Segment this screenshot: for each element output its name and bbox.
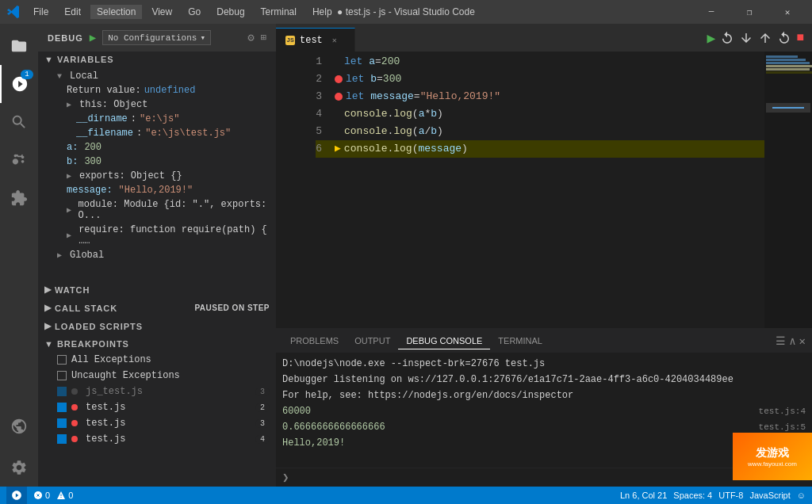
step-into-button[interactable] (739, 31, 753, 45)
menu-edit[interactable]: Edit (58, 5, 87, 19)
tab-close-icon[interactable]: ✕ (332, 36, 337, 45)
tab-problems[interactable]: PROBLEMS (282, 333, 347, 349)
restore-button[interactable]: ❐ (731, 0, 768, 24)
step-out-button[interactable] (758, 31, 772, 45)
activity-source-control[interactable] (0, 141, 38, 179)
debug-layout-icon[interactable]: ⊞ (261, 32, 266, 44)
bp-uncaught-exceptions-checkbox[interactable] (57, 371, 67, 380)
bp-test-js-3[interactable]: test.js 3 (38, 415, 276, 431)
code-lines-area[interactable]: 1 let a = 200 2 let (316, 52, 764, 328)
loaded-scripts-label: LOADED SCRIPTS (55, 322, 143, 331)
b-5: b (431, 123, 437, 140)
code-line-6: 6 ▶ console . log ( message ) (316, 140, 764, 158)
tab-test-js[interactable]: JS test ✕ (276, 28, 355, 52)
vscode-logo (6, 5, 21, 19)
slash-5: / (424, 123, 431, 140)
activity-explorer[interactable] (0, 27, 38, 65)
bp-test-js-2[interactable]: test.js 2 (38, 399, 276, 415)
var-message: message (370, 88, 414, 105)
menu-terminal[interactable]: Terminal (255, 5, 303, 19)
tab-debug-console[interactable]: DEBUG CONSOLE (398, 333, 490, 349)
minimap-content (764, 52, 812, 78)
breakpoints-header[interactable]: ▼ BREAKPOINTS (38, 336, 276, 352)
variables-section: ▼ VARIABLES ▼ Local Return value: undefi… (38, 52, 276, 264)
console-prompt-icon: ❯ (282, 471, 289, 484)
global-scope[interactable]: ▶ Global (38, 248, 276, 262)
bp-js-test[interactable]: js_test.js 3 (38, 384, 276, 399)
bp-test-js-3-checkbox[interactable] (57, 418, 67, 428)
message-item: message: "Hello,2019!" (38, 183, 276, 197)
bp-test-js-4[interactable]: test.js 4 (38, 431, 276, 447)
step-over-button[interactable] (720, 31, 734, 45)
close-button[interactable]: ✕ (769, 0, 806, 24)
bp-test-js-4-checkbox[interactable] (57, 434, 67, 444)
status-warnings[interactable]: 0 (56, 491, 73, 500)
dot-4: . (388, 105, 394, 123)
menu-selection[interactable]: Selection (90, 5, 142, 19)
status-spaces[interactable]: Spaces: 4 (673, 491, 712, 500)
variables-arrow: ▼ (44, 55, 54, 64)
stop-button[interactable]: ■ (796, 31, 804, 45)
activity-remote[interactable] (0, 407, 38, 445)
bp-all-exceptions-checkbox[interactable] (57, 355, 67, 365)
module-item[interactable]: ▶ module: Module {id: ".", exports: O... (38, 197, 276, 223)
loaded-scripts-section: ▶ LOADED SCRIPTS (38, 318, 276, 334)
watch-header[interactable]: ▶ WATCH (38, 281, 276, 298)
variables-title[interactable]: ▼ VARIABLES (38, 52, 276, 67)
restart-button[interactable] (777, 31, 791, 45)
status-feedback[interactable]: ☺ (797, 491, 806, 500)
console-line-6: Hello,2019! test.js:6 (282, 435, 806, 451)
status-debug-icon[interactable] (6, 487, 27, 504)
bp-test-js-2-num: 2 (255, 403, 270, 412)
menu-view[interactable]: View (145, 5, 178, 19)
status-position[interactable]: Ln 6, Col 21 (620, 491, 667, 500)
line-num-4: 4 (316, 105, 331, 123)
console-text-6: Hello,2019! (282, 435, 345, 451)
activity-settings[interactable] (0, 449, 38, 487)
a-5: a (419, 123, 425, 140)
bp-test-js-2-checkbox[interactable] (57, 403, 67, 412)
status-errors[interactable]: 0 (33, 491, 50, 500)
menu-file[interactable]: File (27, 5, 55, 19)
status-encoding[interactable]: UTF-8 (718, 491, 743, 500)
loaded-scripts-header[interactable]: ▶ LOADED SCRIPTS (38, 318, 276, 334)
this-item[interactable]: ▶ this: Object (38, 97, 276, 112)
code-editor[interactable]: 1 let a = 200 2 let (276, 52, 764, 328)
global-label: Global (70, 250, 104, 261)
console-ref-4[interactable]: test.js:4 (759, 403, 806, 419)
tab-terminal[interactable]: TERMINAL (490, 333, 550, 349)
activity-debug[interactable]: 1 (0, 65, 38, 103)
menu-go[interactable]: Go (182, 5, 207, 19)
menu-debug[interactable]: Debug (210, 5, 251, 19)
watermark-line1: 发游戏 (756, 446, 789, 460)
warning-count: 0 (68, 491, 73, 500)
activity-extensions[interactable] (0, 179, 38, 217)
exports-expand-icon: ▶ (67, 171, 76, 181)
console-input[interactable] (293, 472, 806, 483)
bp-uncaught-exceptions[interactable]: Uncaught Exceptions (38, 368, 276, 384)
bp-all-exceptions[interactable]: All Exceptions (38, 352, 276, 368)
return-val: undefined (144, 85, 196, 96)
status-language[interactable]: JavaScript (749, 491, 790, 500)
bottom-controls: ☰ ∧ ✕ (776, 334, 812, 348)
debug-run-button[interactable]: ▶ (90, 31, 96, 44)
console-filter-icon[interactable]: ☰ (776, 334, 786, 348)
continue-button[interactable]: ▶ (707, 29, 716, 47)
minimize-button[interactable]: ─ (693, 0, 730, 24)
console-collapse-icon[interactable]: ∧ (789, 334, 795, 348)
require-item[interactable]: ▶ require: function require(path) { …… (38, 223, 276, 248)
editor-body: 1 let a = 200 2 let (276, 52, 812, 328)
debug-config-dropdown[interactable]: No Configurations ▾ (102, 30, 211, 45)
bp-js-test-checkbox[interactable] (57, 387, 67, 396)
b-val: 300 (84, 156, 102, 167)
console-content[interactable]: D:\nodejs\node.exe --inspect-brk=27676 t… (276, 353, 812, 468)
local-scope[interactable]: ▼ Local (38, 69, 276, 83)
num-200: 200 (381, 53, 400, 71)
console-close-icon[interactable]: ✕ (799, 334, 806, 348)
debug-settings-icon[interactable]: ⚙ (247, 31, 254, 44)
exports-item[interactable]: ▶ exports: Object {} (38, 169, 276, 183)
callstack-header[interactable]: ▶ CALL STACK PAUSED ON STEP (38, 300, 276, 316)
activity-search[interactable] (0, 103, 38, 141)
tab-output[interactable]: OUTPUT (347, 333, 398, 349)
menu-help[interactable]: Help (306, 5, 339, 19)
